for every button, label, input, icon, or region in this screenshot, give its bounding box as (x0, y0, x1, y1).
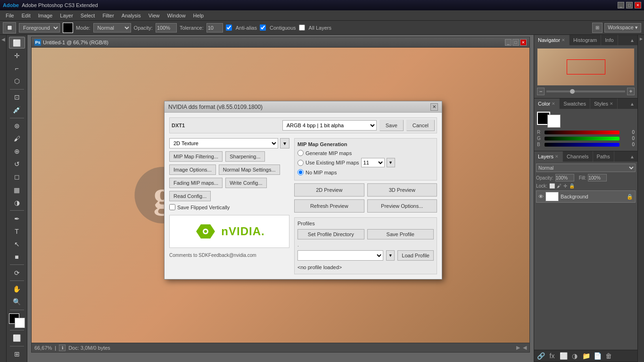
styles-tab-close[interactable]: ✕ (610, 101, 613, 106)
generate-mip-radio[interactable] (297, 150, 304, 156)
profile-select[interactable] (297, 250, 383, 261)
color-panel-collapse[interactable]: ▲ (627, 99, 637, 109)
anti-alias-check[interactable] (226, 25, 232, 31)
profile-dropdown-btn[interactable]: ▼ (386, 250, 395, 261)
tab-styles[interactable]: Styles ✕ (590, 99, 618, 109)
image-options-btn[interactable]: Image Options... (169, 165, 216, 175)
mip-num-select[interactable]: 11 (361, 158, 385, 167)
sharpening-btn[interactable]: Sharpening... (225, 151, 264, 162)
tab-histogram[interactable]: Histogram (570, 35, 601, 45)
layers-fill-input[interactable] (588, 174, 607, 181)
delete-layer-btn[interactable]: 🗑 (604, 351, 613, 361)
save-profile-btn[interactable]: Save Profile (367, 229, 434, 239)
link-layers-btn[interactable]: 🔗 (536, 351, 545, 361)
tab-layers[interactable]: Layers ✕ (534, 151, 563, 162)
use-existing-mip-radio[interactable] (297, 160, 304, 166)
foreground-select[interactable]: Foreground (19, 23, 60, 33)
bg-color-swatch[interactable] (547, 115, 561, 128)
tab-paths[interactable]: Paths (593, 151, 614, 162)
tool-pen[interactable]: ✒ (9, 213, 25, 224)
tool-brush[interactable]: 🖌 (9, 133, 25, 145)
tool-magic-wand[interactable]: ⬡ (9, 75, 25, 87)
tool-dodge[interactable]: ◑ (9, 197, 25, 208)
all-layers-check[interactable] (299, 25, 305, 31)
doc-minimize-btn[interactable]: _ (505, 39, 512, 46)
tool-eraser[interactable]: ◻ (9, 171, 25, 183)
layers-panel-collapse[interactable]: ▲ (627, 151, 637, 162)
menu-file[interactable]: File (2, 12, 18, 19)
tab-navigator[interactable]: Navigator ✕ (534, 35, 570, 45)
preview-options-btn[interactable]: Preview Options... (367, 199, 438, 213)
collapse-right-panel[interactable]: ▶ (637, 35, 644, 362)
tool-shape[interactable]: ■ (9, 251, 25, 263)
fading-mip-btn[interactable]: Fading MIP maps... (169, 178, 223, 188)
tool-quick-mask[interactable]: ⬜ (9, 332, 25, 344)
write-config-btn[interactable]: Write Config... (225, 178, 267, 188)
tool-path-select[interactable]: ↖ (9, 238, 25, 250)
layers-tab-close[interactable]: ✕ (555, 154, 559, 159)
tool-gradient[interactable]: ▦ (9, 184, 25, 196)
tool-history-brush[interactable]: ↺ (9, 158, 25, 170)
doc-restore-btn[interactable]: □ (512, 39, 519, 46)
contiguous-check[interactable] (260, 25, 266, 31)
read-config-btn[interactable]: Read Config... (169, 191, 211, 201)
navigator-tab-close[interactable]: ✕ (561, 38, 565, 42)
mode-select[interactable]: Normal (93, 23, 131, 33)
layer-item-background[interactable]: 👁 Background 🔒 (536, 190, 636, 203)
doc-close-btn[interactable]: ✕ (520, 39, 527, 46)
cancel-btn[interactable]: Cancel (406, 120, 435, 131)
menu-layer[interactable]: Layer (56, 12, 77, 19)
green-slider-bar[interactable] (545, 137, 619, 140)
menu-view[interactable]: View (145, 12, 164, 19)
layer-visibility-icon[interactable]: 👁 (538, 194, 544, 199)
blue-slider-bar[interactable] (545, 143, 619, 147)
new-layer-btn[interactable]: 📄 (593, 351, 602, 361)
save-btn[interactable]: Save (380, 120, 404, 131)
tool-zoom[interactable]: 🔍 (9, 296, 25, 307)
tool-hand[interactable]: ✋ (9, 283, 25, 295)
tool-3d-rotate[interactable]: ⟳ (9, 267, 25, 279)
tab-info[interactable]: Info (601, 35, 618, 45)
lock-position-icon[interactable]: ✛ (563, 183, 567, 189)
tab-swatches[interactable]: Swatches (560, 99, 590, 109)
no-mip-radio[interactable] (297, 169, 304, 175)
format-select[interactable]: ARGB 4 bpp | 1 bit alpha (282, 120, 377, 131)
tool-crop[interactable]: ⊡ (9, 91, 25, 103)
texture-dropdown-btn[interactable]: ▼ (280, 138, 289, 148)
tool-move[interactable]: ✛ (9, 49, 25, 61)
new-group-btn[interactable]: 📁 (581, 351, 591, 361)
texture-type-select[interactable]: 2D Texture Cube Map Volume Map (169, 138, 278, 148)
layers-blend-mode-select[interactable]: Normal (536, 164, 636, 172)
menu-help[interactable]: Help (190, 12, 208, 19)
tool-clone[interactable]: ⊕ (9, 146, 25, 157)
lock-transparent-icon[interactable]: ⬜ (549, 183, 555, 189)
tool-marquee[interactable]: ⬜ (9, 37, 25, 49)
menu-filter[interactable]: Filter (99, 12, 117, 19)
close-btn[interactable]: ✕ (635, 2, 641, 8)
refresh-preview-btn[interactable]: Refresh Preview (294, 199, 364, 213)
mip-filter-btn[interactable]: MIP Map Filtering... (169, 151, 223, 162)
menu-analysis[interactable]: Analysis (118, 12, 145, 19)
menu-window[interactable]: Window (163, 12, 189, 19)
layers-opacity-input[interactable] (555, 174, 574, 181)
save-flipped-check[interactable] (169, 204, 175, 210)
maximize-btn[interactable]: □ (626, 2, 633, 8)
red-slider-bar[interactable] (545, 131, 619, 134)
add-mask-btn[interactable]: ⬜ (559, 351, 568, 361)
new-adjustment-btn[interactable]: ◑ (570, 351, 579, 361)
workspace-btn[interactable]: Workspace ▾ (604, 23, 641, 33)
load-profile-btn[interactable]: Load Profile (397, 250, 434, 261)
tool-lasso[interactable]: ⌐ (9, 62, 25, 74)
collapse-left-panel[interactable]: ◀ (0, 35, 7, 362)
lock-image-icon[interactable]: 🖌 (557, 183, 561, 189)
navigator-panel-collapse[interactable]: ▲ (627, 35, 637, 45)
menu-edit[interactable]: Edit (18, 12, 34, 19)
menu-image[interactable]: Image (34, 12, 57, 19)
tool-screen-mode[interactable]: ⊞ (9, 348, 25, 360)
color-tab-close[interactable]: ✕ (552, 101, 555, 106)
preview-2d-btn[interactable]: 2D Preview (294, 183, 364, 197)
navigator-zoom-out-btn[interactable]: − (537, 88, 545, 95)
navigator-zoom-slider[interactable] (546, 90, 625, 92)
normal-map-btn[interactable]: Normal Map Settings... (219, 165, 280, 175)
tab-channels[interactable]: Channels (563, 151, 593, 162)
